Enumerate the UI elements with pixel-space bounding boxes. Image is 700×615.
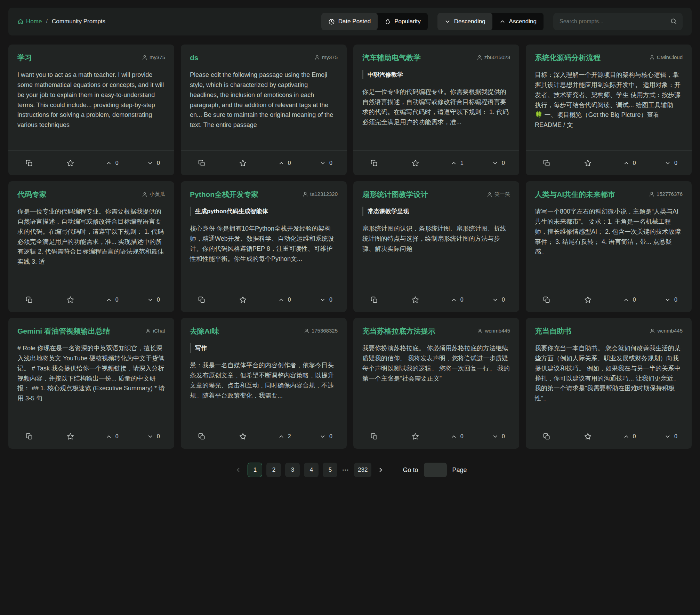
upvote-button[interactable]: 0 bbox=[609, 287, 650, 312]
user-icon bbox=[477, 328, 483, 334]
date-posted-button[interactable]: Date Posted bbox=[321, 13, 378, 30]
card-footer: 2 0 bbox=[181, 424, 347, 449]
prompt-card[interactable]: 扇形统计图教学设计 笑一笑 常态课教学呈现 扇形统计图的认识，条形统计图、扇形统… bbox=[353, 181, 519, 312]
prompt-card[interactable]: ds my375 Please edit the following passa… bbox=[181, 45, 347, 175]
downvote-button[interactable]: 0 bbox=[478, 151, 519, 175]
copy-button[interactable] bbox=[526, 424, 567, 449]
downvote-button[interactable]: 0 bbox=[133, 151, 174, 175]
card-content: 充当苏格拉底方法提示 wcnmb445 我要你扮演苏格拉底。 你必须用苏格拉底的… bbox=[353, 318, 519, 424]
copy-button[interactable] bbox=[526, 151, 567, 175]
prompt-card[interactable]: 去除AI味 175368325 写作 景：我是一名自媒体平台的内容创作者，依靠今… bbox=[181, 318, 347, 449]
upvote-button[interactable]: 0 bbox=[264, 287, 305, 312]
upvote-button[interactable]: 1 bbox=[436, 151, 478, 175]
prompt-card[interactable]: 代码专家 小黄瓜 你是一位专业的代码编程专业。你需要根据我提供的自然语言描述，自… bbox=[8, 181, 174, 312]
upvote-button[interactable]: 0 bbox=[436, 287, 478, 312]
card-tag: 写作 bbox=[190, 343, 338, 353]
page-button-3[interactable]: 3 bbox=[285, 463, 300, 477]
card-footer: 0 0 bbox=[181, 150, 347, 175]
copy-button[interactable] bbox=[353, 287, 395, 312]
favorite-button[interactable] bbox=[567, 151, 609, 175]
card-title: 充当自助书 bbox=[535, 326, 571, 336]
copy-button[interactable] bbox=[181, 151, 222, 175]
downvote-button[interactable]: 0 bbox=[478, 424, 519, 449]
favorite-button[interactable] bbox=[50, 424, 91, 449]
prompt-card[interactable]: 汽车辅助电气教学 zb6015023 中职汽修教学 你是一位专业的代码编程专业。… bbox=[353, 45, 519, 175]
downvote-button[interactable]: 0 bbox=[650, 287, 692, 312]
upvote-button[interactable]: 0 bbox=[264, 151, 305, 175]
toolbar: Date Posted Popularity Descending Ascend… bbox=[321, 13, 683, 30]
prompt-card[interactable]: 充当自助书 wcnmb445 我要你充当一本自助书。 您会就如何改善我生活的某些… bbox=[526, 318, 692, 449]
copy-icon bbox=[371, 296, 378, 303]
card-title: 学习 bbox=[17, 53, 32, 62]
copy-button[interactable] bbox=[526, 287, 567, 312]
popularity-button[interactable]: Popularity bbox=[378, 13, 428, 30]
search-icon[interactable] bbox=[670, 18, 677, 25]
downvote-button[interactable]: 0 bbox=[305, 424, 347, 449]
copy-button[interactable] bbox=[8, 424, 50, 449]
card-footer: 0 0 bbox=[526, 424, 692, 449]
favorite-button[interactable] bbox=[567, 424, 609, 449]
upvote-button[interactable]: 0 bbox=[91, 151, 133, 175]
downvote-button[interactable]: 0 bbox=[305, 151, 347, 175]
downvote-button[interactable]: 0 bbox=[133, 287, 174, 312]
favorite-button[interactable] bbox=[567, 287, 609, 312]
prompt-card[interactable]: 充当苏格拉底方法提示 wcnmb445 我要你扮演苏格拉底。 你必须用苏格拉底的… bbox=[353, 318, 519, 449]
upvote-count: 0 bbox=[633, 433, 636, 440]
ascending-button[interactable]: Ascending bbox=[492, 13, 544, 30]
descending-button[interactable]: Descending bbox=[437, 13, 492, 30]
downvote-button[interactable]: 0 bbox=[305, 287, 347, 312]
copy-button[interactable] bbox=[8, 287, 50, 312]
prompt-card[interactable]: 系统化源码分析流程 CMinCloud 目标：深入理解一个开源项目的架构与核心逻… bbox=[526, 45, 692, 175]
last-page-button[interactable]: 232 bbox=[354, 463, 371, 477]
star-icon bbox=[67, 159, 74, 167]
card-author-name: 152776376 bbox=[657, 191, 683, 197]
user-icon bbox=[649, 55, 655, 60]
copy-button[interactable] bbox=[353, 424, 395, 449]
copy-button[interactable] bbox=[181, 287, 222, 312]
upvote-button[interactable]: 0 bbox=[91, 424, 133, 449]
downvote-button[interactable]: 0 bbox=[650, 424, 692, 449]
chevron-up-icon bbox=[451, 160, 457, 166]
prompt-card[interactable]: Gemini 看油管视频输出总结 iChat # Role 你现在是一名资深的中… bbox=[8, 318, 174, 449]
card-author: 152776376 bbox=[649, 191, 683, 197]
favorite-button[interactable] bbox=[395, 287, 436, 312]
card-tag: 常态课教学呈现 bbox=[362, 207, 510, 216]
favorite-button[interactable] bbox=[222, 151, 264, 175]
favorite-button[interactable] bbox=[395, 151, 436, 175]
upvote-button[interactable]: 2 bbox=[264, 424, 305, 449]
prompt-card[interactable]: Python全栈开发专家 ta12312320 生成python代码生成智能体 … bbox=[181, 181, 347, 312]
next-page-button[interactable] bbox=[376, 463, 386, 477]
downvote-button[interactable]: 0 bbox=[650, 151, 692, 175]
upvote-button[interactable]: 0 bbox=[436, 424, 478, 449]
card-footer: 0 0 bbox=[8, 287, 174, 312]
downvote-button[interactable]: 0 bbox=[478, 287, 519, 312]
breadcrumb-home-link[interactable]: Home bbox=[17, 18, 42, 25]
page-button-2[interactable]: 2 bbox=[266, 463, 281, 477]
copy-button[interactable] bbox=[353, 151, 395, 175]
search-input[interactable] bbox=[553, 13, 683, 30]
chevron-down-icon bbox=[492, 433, 498, 440]
copy-button[interactable] bbox=[8, 151, 50, 175]
favorite-button[interactable] bbox=[50, 287, 91, 312]
copy-button[interactable] bbox=[181, 424, 222, 449]
favorite-button[interactable] bbox=[222, 424, 264, 449]
card-footer: 1 0 bbox=[353, 150, 519, 175]
downvote-button[interactable]: 0 bbox=[133, 424, 174, 449]
prompt-card[interactable]: 学习 my375 I want you to act as a math tea… bbox=[8, 45, 174, 175]
page-button-4[interactable]: 4 bbox=[304, 463, 319, 477]
chevron-down-icon bbox=[320, 297, 326, 303]
page-button-5[interactable]: 5 bbox=[323, 463, 337, 477]
card-title: Python全栈开发专家 bbox=[190, 190, 258, 199]
prev-page-button[interactable] bbox=[233, 463, 243, 477]
upvote-button[interactable]: 0 bbox=[609, 424, 650, 449]
upvote-button[interactable]: 0 bbox=[609, 151, 650, 175]
favorite-button[interactable] bbox=[395, 424, 436, 449]
flame-icon bbox=[385, 18, 391, 25]
goto-page-input[interactable] bbox=[424, 463, 447, 477]
upvote-button[interactable]: 0 bbox=[91, 287, 133, 312]
favorite-button[interactable] bbox=[222, 287, 264, 312]
favorite-button[interactable] bbox=[50, 151, 91, 175]
page-button-1[interactable]: 1 bbox=[248, 463, 262, 477]
prompt-card[interactable]: 人类与AI共生的未来都市 152776376 请写一个800字左右的科幻微小说，… bbox=[526, 181, 692, 312]
pagination-ellipsis: ••• bbox=[342, 468, 349, 473]
